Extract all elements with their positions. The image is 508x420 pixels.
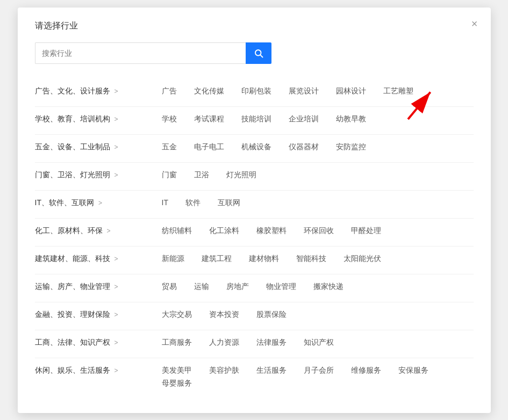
chevron-right-icon: > (98, 199, 102, 207)
subcategory-list: 纺织辅料化工涂料橡胶塑料环保回收甲醛处理 (153, 226, 474, 236)
category-row: 休闲、娱乐、生活服务>美发美甲美容护肤生活服务月子会所维修服务安保服务母婴服务 (35, 358, 474, 396)
subcategory-list: 门窗卫浴灯光照明 (153, 170, 474, 180)
category-row: IT、软件、互联网>IT软件互联网 (35, 191, 474, 219)
subcategory-item[interactable]: 门窗 (153, 170, 185, 180)
subcategory-item[interactable]: 美发美甲 (153, 366, 201, 375)
subcategory-item[interactable]: 文化传媒 (185, 86, 233, 96)
subcategory-item[interactable]: 智能科技 (288, 254, 335, 264)
subcategory-item[interactable]: 化工涂料 (201, 226, 248, 236)
subcategory-item[interactable]: IT (153, 198, 177, 208)
category-name[interactable]: 运输、房产、物业管理 (35, 282, 110, 292)
subcategory-list: IT软件互联网 (153, 198, 474, 208)
subcategory-item[interactable]: 卫浴 (185, 170, 218, 180)
chevron-right-icon: > (115, 339, 118, 346)
category-main: IT、软件、互联网> (35, 198, 153, 208)
modal-title: 请选择行业 (35, 20, 474, 32)
subcategory-item[interactable]: 互联网 (209, 198, 249, 208)
subcategory-item[interactable]: 甲醛处理 (342, 226, 390, 236)
subcategory-item[interactable]: 软件 (177, 198, 209, 208)
subcategory-item[interactable]: 环保回收 (295, 226, 342, 236)
category-main: 广告、文化、设计服务> (35, 86, 153, 96)
subcategory-item[interactable]: 纺织辅料 (153, 226, 201, 236)
svg-line-1 (260, 55, 262, 57)
search-button[interactable] (246, 42, 271, 64)
subcategory-item[interactable]: 贸易 (153, 282, 185, 292)
subcategory-item[interactable]: 运输 (185, 282, 218, 292)
chevron-right-icon: > (115, 88, 118, 95)
subcategory-item[interactable]: 考试课程 (185, 114, 233, 124)
subcategory-item[interactable]: 安保服务 (390, 366, 437, 375)
category-name[interactable]: 门窗、卫浴、灯光照明 (35, 170, 110, 180)
subcategory-item[interactable]: 知识产权 (295, 338, 342, 347)
subcategory-item[interactable]: 股票保险 (248, 310, 295, 320)
category-row: 化工、原材料、环保>纺织辅料化工涂料橡胶塑料环保回收甲醛处理 (35, 219, 474, 247)
subcategory-item[interactable]: 工商服务 (153, 338, 201, 347)
category-main: 门窗、卫浴、灯光照明> (35, 170, 153, 180)
category-name[interactable]: 休闲、娱乐、生活服务 (35, 366, 110, 375)
chevron-right-icon: > (115, 171, 118, 179)
subcategory-item[interactable]: 安防监控 (327, 142, 375, 152)
category-name[interactable]: IT、软件、互联网 (35, 198, 94, 208)
subcategory-item[interactable]: 建材物料 (240, 254, 288, 264)
category-main: 金融、投资、理财保险> (35, 310, 153, 320)
svg-line-3 (408, 92, 431, 119)
category-name[interactable]: 学校、教育、培训机构 (35, 114, 110, 124)
subcategory-item[interactable]: 人力资源 (201, 338, 248, 347)
subcategory-item[interactable]: 企业培训 (280, 114, 327, 124)
subcategory-item[interactable]: 搬家快递 (305, 282, 352, 292)
category-name[interactable]: 化工、原材料、环保 (35, 226, 103, 236)
category-row: 门窗、卫浴、灯光照明>门窗卫浴灯光照明 (35, 163, 474, 191)
subcategory-item[interactable]: 橡胶塑料 (248, 226, 295, 236)
category-name[interactable]: 五金、设备、工业制品 (35, 142, 110, 152)
chevron-right-icon: > (115, 367, 118, 374)
subcategory-item[interactable]: 美容护肤 (201, 366, 248, 375)
category-name[interactable]: 金融、投资、理财保险 (35, 310, 110, 320)
subcategory-item[interactable]: 维修服务 (342, 366, 390, 375)
subcategory-item[interactable]: 机械设备 (233, 142, 280, 152)
category-name[interactable]: 工商、法律、知识产权 (35, 338, 110, 347)
subcategory-item[interactable]: 太阳能光伏 (335, 254, 390, 264)
subcategory-item[interactable]: 技能培训 (233, 114, 280, 124)
category-row: 金融、投资、理财保险>大宗交易资本投资股票保险 (35, 302, 474, 330)
close-button[interactable]: × (471, 18, 478, 29)
category-name[interactable]: 广告、文化、设计服务 (35, 86, 110, 96)
category-row: 工商、法律、知识产权>工商服务人力资源法律服务知识产权 (35, 330, 474, 358)
chevron-right-icon: > (107, 227, 111, 235)
subcategory-item[interactable]: 学校 (153, 114, 185, 124)
subcategory-item[interactable]: 电子电工 (185, 142, 233, 152)
subcategory-item[interactable]: 幼教早教 (327, 114, 375, 124)
subcategory-list: 五金电子电工机械设备仪器器材安防监控 (153, 142, 474, 152)
category-row: 五金、设备、工业制品>五金电子电工机械设备仪器器材安防监控 (35, 135, 474, 163)
subcategory-item[interactable]: 房地产 (218, 282, 257, 292)
search-icon (254, 48, 263, 58)
chevron-right-icon: > (115, 115, 118, 123)
arrow-indicator (399, 83, 442, 128)
category-main: 运输、房产、物业管理> (35, 282, 153, 292)
subcategory-list: 工商服务人力资源法律服务知识产权 (153, 338, 474, 347)
subcategory-item[interactable]: 灯光照明 (218, 170, 265, 180)
subcategory-item[interactable]: 新能源 (153, 254, 193, 264)
chevron-right-icon: > (115, 255, 118, 263)
arrow-icon (399, 83, 442, 126)
category-row: 建筑建材、能源、科技>新能源建筑工程建材物料智能科技太阳能光伏 (35, 247, 474, 274)
subcategory-item[interactable]: 广告 (153, 86, 185, 96)
subcategory-item[interactable]: 月子会所 (295, 366, 342, 375)
subcategory-item[interactable]: 资本投资 (201, 310, 248, 320)
subcategory-item[interactable]: 法律服务 (248, 338, 295, 347)
subcategory-item[interactable]: 大宗交易 (153, 310, 201, 320)
subcategory-item[interactable]: 母婴服务 (153, 379, 201, 388)
category-name[interactable]: 建筑建材、能源、科技 (35, 254, 110, 264)
subcategory-item[interactable]: 印刷包装 (233, 86, 280, 96)
subcategory-item[interactable]: 生活服务 (248, 366, 295, 375)
search-input[interactable] (35, 42, 246, 64)
subcategory-list: 美发美甲美容护肤生活服务月子会所维修服务安保服务母婴服务 (153, 366, 474, 388)
category-main: 学校、教育、培训机构> (35, 114, 153, 124)
subcategory-item[interactable]: 仪器器材 (280, 142, 327, 152)
industry-selection-modal: 请选择行业 × 广告、文化、设计服务>广告文化传媒印刷包装展览设计园林设计工艺雕… (18, 8, 491, 413)
subcategory-item[interactable]: 五金 (153, 142, 185, 152)
subcategory-item[interactable]: 园林设计 (327, 86, 375, 96)
subcategory-item[interactable]: 建筑工程 (193, 254, 240, 264)
subcategory-item[interactable]: 物业管理 (257, 282, 305, 292)
category-main: 工商、法律、知识产权> (35, 338, 153, 347)
subcategory-item[interactable]: 展览设计 (280, 86, 327, 96)
